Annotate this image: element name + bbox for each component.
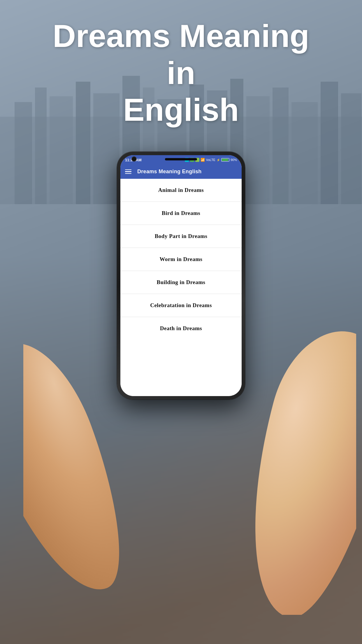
app-bar-title: Dreams Meaning English <box>137 169 202 175</box>
menu-item-worm[interactable]: Worm in Dreams <box>120 248 242 271</box>
app-title: Dreams Meaning in English <box>0 18 362 128</box>
phone-camera <box>131 156 137 162</box>
menu-item-body-part-label: Body Part in Dreams <box>155 233 208 239</box>
menu-item-death-label: Death in Dreams <box>160 325 202 332</box>
hand-left <box>23 329 125 592</box>
menu-item-building[interactable]: Building in Dreams <box>120 271 242 294</box>
menu-item-death[interactable]: Death in Dreams <box>120 317 242 340</box>
hamburger-line-1 <box>125 169 131 170</box>
menu-item-celebration[interactable]: Celebratation in Dreams <box>120 294 242 317</box>
hamburger-menu-button[interactable] <box>125 169 131 174</box>
phone-speaker <box>165 158 197 160</box>
menu-item-celebration-label: Celebratation in Dreams <box>150 302 212 309</box>
phone-device: 11:20 AM 📶 VoLTE ⚡ 90% <box>117 152 245 400</box>
menu-item-bird[interactable]: Bird in Dreams <box>120 202 242 225</box>
phone-screen: 11:20 AM 📶 VoLTE ⚡ 90% <box>120 155 242 396</box>
wifi-icon: 📶 <box>201 158 205 162</box>
menu-list: Animal in Dreams Bird in Dreams Body Par… <box>120 179 242 396</box>
menu-item-animal-label: Animal in Dreams <box>158 187 204 193</box>
lightning-icon: ⚡ <box>217 158 220 162</box>
menu-item-animal[interactable]: Animal in Dreams <box>120 179 242 202</box>
battery-icon <box>221 158 229 162</box>
menu-item-worm-label: Worm in Dreams <box>159 256 202 262</box>
battery-percent: 90% <box>231 158 237 162</box>
hamburger-line-3 <box>125 173 131 174</box>
app-bar: Dreams Meaning English <box>120 164 242 179</box>
menu-item-body-part[interactable]: Body Part in Dreams <box>120 225 242 248</box>
signal-text: VoLTE <box>206 158 215 162</box>
hamburger-line-2 <box>125 171 131 172</box>
hand-right <box>240 323 356 615</box>
menu-item-building-label: Building in Dreams <box>157 279 205 286</box>
menu-item-bird-label: Bird in Dreams <box>162 210 200 216</box>
